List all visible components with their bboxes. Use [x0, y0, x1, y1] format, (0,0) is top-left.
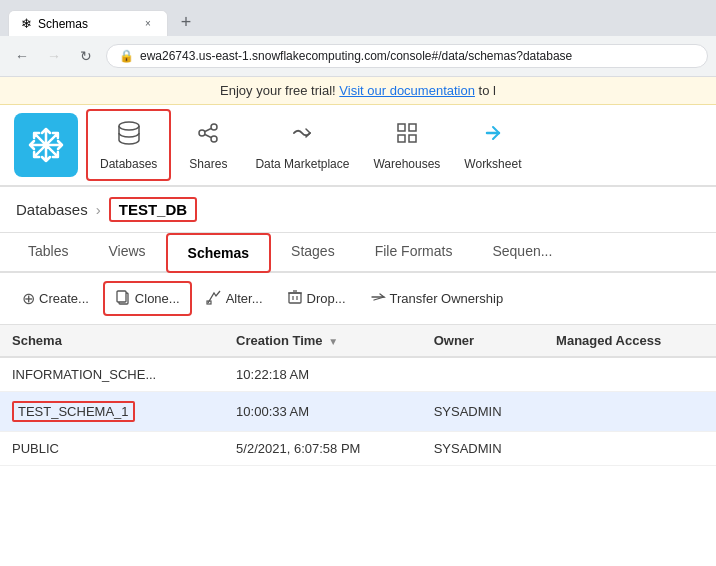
- banner: Enjoy your free trial! Visit our documen…: [0, 77, 716, 105]
- tabs-row: Tables Views Schemas Stages File Formats…: [0, 233, 716, 273]
- table-row[interactable]: INFORMATION_SCHE...10:22:18 AM: [0, 357, 716, 392]
- alter-icon: [206, 289, 222, 308]
- nav-controls: ← → ↻: [8, 42, 100, 70]
- cell-schema-name: TEST_SCHEMA_1: [0, 392, 224, 432]
- drop-icon: [287, 289, 303, 308]
- transfer-icon: [370, 289, 386, 308]
- schema-table-container: Schema Creation Time ▼ Owner Managed Acc…: [0, 325, 716, 566]
- alter-button[interactable]: Alter...: [196, 283, 273, 314]
- main-nav: Databases Shares Data Mar: [0, 105, 716, 187]
- app-container: Enjoy your free trial! Visit our documen…: [0, 77, 716, 566]
- back-button[interactable]: ←: [8, 42, 36, 70]
- table-header-row: Schema Creation Time ▼ Owner Managed Acc…: [0, 325, 716, 357]
- breadcrumb-databases-link[interactable]: Databases: [16, 201, 88, 218]
- nav-item-shares[interactable]: Shares: [173, 111, 243, 179]
- table-row[interactable]: PUBLIC5/2/2021, 6:07:58 PMSYSADMIN: [0, 432, 716, 466]
- cell-creation-time: 10:00:33 AM: [224, 392, 422, 432]
- breadcrumb-current-label: TEST_DB: [119, 201, 187, 218]
- svg-rect-7: [409, 124, 416, 131]
- address-bar[interactable]: 🔒 ewa26743.us-east-1.snowflakecomputing.…: [106, 44, 708, 68]
- warehouses-icon: [393, 119, 421, 153]
- banner-text: Enjoy your free trial!: [220, 83, 336, 98]
- breadcrumb-separator: ›: [96, 201, 101, 218]
- svg-point-2: [211, 124, 217, 130]
- tab-schemas[interactable]: Schemas: [166, 233, 271, 273]
- cell-managed-access: [544, 357, 716, 392]
- browser-tab[interactable]: ❄ Schemas ×: [8, 10, 168, 36]
- forward-button[interactable]: →: [40, 42, 68, 70]
- cell-creation-time: 5/2/2021, 6:07:58 PM: [224, 432, 422, 466]
- cell-schema-name: INFORMATION_SCHE...: [0, 357, 224, 392]
- svg-point-1: [199, 130, 205, 136]
- nav-item-databases-label: Databases: [100, 157, 157, 171]
- toolbar: ⊕ Create... Clone...: [0, 273, 716, 325]
- table-row[interactable]: TEST_SCHEMA_110:00:33 AMSYSADMIN: [0, 392, 716, 432]
- selected-schema-label: TEST_SCHEMA_1: [12, 401, 135, 422]
- tab-stages[interactable]: Stages: [271, 233, 355, 273]
- cell-owner: SYSADMIN: [422, 432, 544, 466]
- sort-icon: ▼: [328, 336, 338, 347]
- breadcrumb: Databases › TEST_DB: [0, 187, 716, 233]
- tab-tables[interactable]: Tables: [8, 233, 88, 273]
- svg-point-3: [211, 136, 217, 142]
- new-tab-button[interactable]: +: [172, 8, 200, 36]
- tab-bar: ❄ Schemas × +: [0, 0, 716, 36]
- svg-rect-6: [398, 124, 405, 131]
- snowflake-logo[interactable]: [14, 113, 78, 177]
- tab-favicon: ❄: [21, 16, 32, 31]
- nav-item-worksheets-label: Worksheet: [464, 157, 521, 171]
- tab-title: Schemas: [38, 17, 88, 31]
- transfer-ownership-button[interactable]: Transfer Ownership: [360, 283, 514, 314]
- col-header-owner: Owner: [422, 325, 544, 357]
- worksheets-icon: [479, 119, 507, 153]
- create-icon: ⊕: [22, 289, 35, 308]
- cell-managed-access: [544, 432, 716, 466]
- drop-label: Drop...: [307, 291, 346, 306]
- cell-owner: [422, 357, 544, 392]
- drop-button[interactable]: Drop...: [277, 283, 356, 314]
- banner-link[interactable]: Visit our documentation: [339, 83, 475, 98]
- databases-icon: [115, 119, 143, 153]
- lock-icon: 🔒: [119, 49, 134, 63]
- data-marketplace-icon: [288, 119, 316, 153]
- cell-schema-name: PUBLIC: [0, 432, 224, 466]
- tab-file-formats[interactable]: File Formats: [355, 233, 473, 273]
- svg-line-5: [205, 135, 211, 138]
- schema-table: Schema Creation Time ▼ Owner Managed Acc…: [0, 325, 716, 466]
- svg-rect-13: [289, 293, 301, 303]
- svg-rect-11: [117, 291, 126, 302]
- breadcrumb-current-database: TEST_DB: [109, 197, 197, 222]
- nav-item-data-marketplace[interactable]: Data Marketplace: [243, 111, 361, 179]
- col-header-managed-access: Managed Access: [544, 325, 716, 357]
- shares-icon: [194, 119, 222, 153]
- svg-rect-8: [398, 135, 405, 142]
- nav-item-shares-label: Shares: [189, 157, 227, 171]
- nav-item-worksheets[interactable]: Worksheet: [452, 111, 533, 179]
- url-text: ewa26743.us-east-1.snowflakecomputing.co…: [140, 49, 572, 63]
- svg-line-4: [205, 129, 211, 132]
- transfer-ownership-label: Transfer Ownership: [390, 291, 504, 306]
- browser-bar: ← → ↻ 🔒 ewa26743.us-east-1.snowflakecomp…: [0, 36, 716, 77]
- svg-point-0: [119, 122, 139, 130]
- svg-rect-9: [409, 135, 416, 142]
- content-area: Databases › TEST_DB Tables Views Schemas…: [0, 187, 716, 566]
- cell-owner: SYSADMIN: [422, 392, 544, 432]
- nav-item-warehouses[interactable]: Warehouses: [361, 111, 452, 179]
- clone-label: Clone...: [135, 291, 180, 306]
- clone-icon: [115, 289, 131, 308]
- col-header-schema: Schema: [0, 325, 224, 357]
- tab-sequences[interactable]: Sequen...: [472, 233, 572, 273]
- nav-item-databases[interactable]: Databases: [86, 109, 171, 181]
- col-header-creation-time: Creation Time ▼: [224, 325, 422, 357]
- refresh-button[interactable]: ↻: [72, 42, 100, 70]
- alter-label: Alter...: [226, 291, 263, 306]
- nav-item-data-marketplace-label: Data Marketplace: [255, 157, 349, 171]
- create-label: Create...: [39, 291, 89, 306]
- snowflake-icon: [28, 127, 64, 163]
- create-button[interactable]: ⊕ Create...: [12, 283, 99, 314]
- clone-button[interactable]: Clone...: [103, 281, 192, 316]
- cell-managed-access: [544, 392, 716, 432]
- nav-item-warehouses-label: Warehouses: [373, 157, 440, 171]
- tab-views[interactable]: Views: [88, 233, 165, 273]
- tab-close-button[interactable]: ×: [141, 17, 155, 31]
